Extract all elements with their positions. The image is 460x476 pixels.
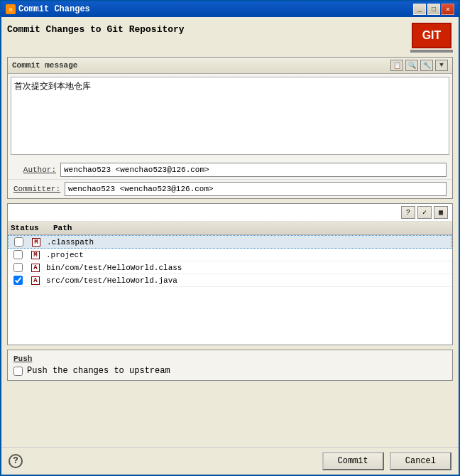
search-icon[interactable]: 🔍 bbox=[405, 60, 418, 71]
status-badge: A bbox=[31, 276, 39, 285]
row-checkbox-cell bbox=[11, 237, 26, 247]
titlebar-controls: _ □ ✕ bbox=[413, 4, 454, 15]
bottom-bar: ? Commit Cancel bbox=[1, 447, 459, 475]
push-row: Push the changes to upstream bbox=[13, 366, 447, 376]
push-title: Push bbox=[13, 355, 447, 363]
status-cell: M bbox=[26, 238, 47, 247]
row-checkbox-cell bbox=[11, 276, 25, 285]
col-status-header: Status bbox=[11, 224, 53, 232]
dropdown-icon[interactable]: ▼ bbox=[435, 60, 448, 71]
file-checkbox[interactable] bbox=[13, 250, 23, 259]
commit-message-label: Commit message bbox=[12, 61, 77, 70]
close-button[interactable]: ✕ bbox=[442, 4, 454, 15]
titlebar-icon: ⚙ bbox=[6, 4, 16, 14]
status-badge: M bbox=[31, 251, 39, 259]
template-icon[interactable]: 📋 bbox=[390, 60, 403, 71]
minimize-button[interactable]: _ bbox=[413, 4, 426, 15]
commit-message-area: 首次提交到本地仓库 bbox=[8, 74, 452, 161]
author-label: Author: bbox=[13, 166, 56, 174]
commit-message-toolbar: 📋 🔍 🔧 ▼ bbox=[390, 60, 448, 71]
file-checkbox[interactable] bbox=[14, 237, 23, 247]
file-path: bin/com/test/HelloWorld.class bbox=[46, 264, 449, 272]
commit-message-section: Commit message 📋 🔍 🔧 ▼ 首次提交到本地仓库 Author:… bbox=[7, 57, 453, 199]
maximize-button[interactable]: □ bbox=[427, 4, 440, 15]
titlebar-left: ⚙ Commit Changes bbox=[6, 4, 90, 14]
committer-row: Committer: bbox=[8, 180, 452, 198]
page-header: Commit Changes to Git Repository GIT bbox=[7, 23, 453, 53]
page-title: Commit Changes to Git Repository bbox=[7, 23, 185, 38]
row-checkbox-cell bbox=[11, 250, 25, 259]
file-path: .classpath bbox=[47, 238, 449, 247]
commit-message-header: Commit message 📋 🔍 🔧 ▼ bbox=[8, 58, 452, 74]
author-input[interactable] bbox=[60, 163, 447, 177]
file-checkbox[interactable] bbox=[13, 263, 23, 272]
cancel-button[interactable]: Cancel bbox=[390, 452, 451, 470]
push-label: Push the changes to upstream bbox=[27, 366, 170, 376]
commit-button[interactable]: Commit bbox=[322, 452, 384, 470]
col-path-header: Path bbox=[53, 224, 449, 232]
file-path: src/com/test/HelloWorld.java bbox=[46, 276, 449, 285]
question-icon-btn[interactable]: ? bbox=[401, 206, 415, 219]
files-section: ? ✓ ▦ Status Path M.classpathM.projectAb… bbox=[7, 203, 453, 345]
files-list: M.classpathM.projectAbin/com/test/HelloW… bbox=[8, 235, 452, 345]
push-section: Push Push the changes to upstream bbox=[7, 350, 453, 381]
titlebar-title: Commit Changes bbox=[18, 4, 90, 14]
table-row[interactable]: M.classpath bbox=[8, 235, 452, 249]
status-cell: A bbox=[25, 276, 46, 285]
files-toolbar: ? ✓ ▦ bbox=[8, 204, 452, 222]
check-icon-btn[interactable]: ✓ bbox=[417, 206, 432, 219]
files-table-header: Status Path bbox=[8, 222, 452, 235]
file-checkbox[interactable] bbox=[13, 276, 23, 285]
committer-input[interactable] bbox=[65, 182, 447, 196]
committer-label: Committer: bbox=[13, 185, 60, 193]
table-row[interactable]: Abin/com/test/HelloWorld.class bbox=[8, 261, 452, 274]
row-checkbox-cell bbox=[11, 263, 25, 272]
git-logo: GIT bbox=[412, 23, 451, 48]
help-icon[interactable]: ? bbox=[9, 454, 23, 468]
titlebar: ⚙ Commit Changes _ □ ✕ bbox=[1, 1, 459, 17]
content-area: Commit Changes to Git Repository GIT Com… bbox=[1, 17, 459, 447]
author-row: Author: bbox=[8, 161, 452, 180]
table-row[interactable]: Asrc/com/test/HelloWorld.java bbox=[8, 274, 452, 287]
git-logo-area: GIT bbox=[410, 23, 453, 53]
settings-icon[interactable]: 🔧 bbox=[420, 60, 433, 71]
status-badge: M bbox=[32, 238, 40, 247]
file-path: .project bbox=[46, 251, 449, 259]
main-window: ⚙ Commit Changes _ □ ✕ Commit Changes to… bbox=[0, 0, 460, 476]
status-cell: A bbox=[25, 264, 46, 272]
status-badge: A bbox=[31, 264, 39, 272]
commit-message-input[interactable]: 首次提交到本地仓库 bbox=[11, 77, 449, 155]
git-logo-bar bbox=[410, 50, 453, 53]
grid-icon-btn[interactable]: ▦ bbox=[434, 206, 448, 219]
status-cell: M bbox=[25, 251, 46, 259]
push-checkbox[interactable] bbox=[13, 367, 23, 376]
bottom-buttons: Commit Cancel bbox=[322, 452, 451, 470]
table-row[interactable]: M.project bbox=[8, 249, 452, 261]
